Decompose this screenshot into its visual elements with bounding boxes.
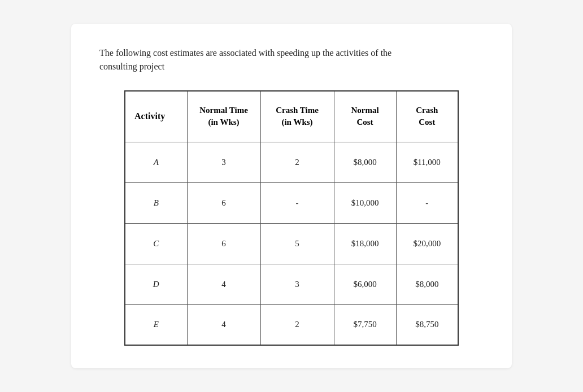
table-wrapper: Activity Normal Time (in Wks) Crash Time… bbox=[99, 90, 484, 346]
intro-text: The following cost estimates are associa… bbox=[99, 46, 484, 73]
cell-normal-time: 4 bbox=[187, 264, 260, 304]
table-row: A32$8,000$11,000 bbox=[125, 142, 458, 182]
cell-crash-time: 5 bbox=[260, 223, 334, 264]
header-crash-time: Crash Time (in Wks) bbox=[260, 91, 334, 142]
cell-normal-time: 3 bbox=[187, 142, 260, 182]
table-row: B6-$10,000- bbox=[125, 182, 458, 223]
cell-activity: E bbox=[125, 304, 187, 345]
card: The following cost estimates are associa… bbox=[71, 24, 512, 368]
cell-normal-cost: $10,000 bbox=[334, 182, 396, 223]
cell-crash-time: 3 bbox=[260, 264, 334, 304]
cell-normal-cost: $18,000 bbox=[334, 223, 396, 264]
cell-normal-time: 4 bbox=[187, 304, 260, 345]
header-crash-cost: Crash Cost bbox=[396, 91, 458, 142]
data-table: Activity Normal Time (in Wks) Crash Time… bbox=[124, 90, 459, 346]
cell-normal-cost: $6,000 bbox=[334, 264, 396, 304]
cell-activity: C bbox=[125, 223, 187, 264]
cell-normal-time: 6 bbox=[187, 223, 260, 264]
intro-line2: consulting project bbox=[99, 62, 164, 71]
cell-activity: A bbox=[125, 142, 187, 182]
table-row: C65$18,000$20,000 bbox=[125, 223, 458, 264]
cell-crash-cost: $8,000 bbox=[396, 264, 458, 304]
cell-normal-time: 6 bbox=[187, 182, 260, 223]
cell-normal-cost: $8,000 bbox=[334, 142, 396, 182]
table-row: D43$6,000$8,000 bbox=[125, 264, 458, 304]
cell-crash-time: 2 bbox=[260, 304, 334, 345]
cell-crash-cost: $8,750 bbox=[396, 304, 458, 345]
cell-normal-cost: $7,750 bbox=[334, 304, 396, 345]
header-normal-time: Normal Time (in Wks) bbox=[187, 91, 260, 142]
cell-crash-cost: $20,000 bbox=[396, 223, 458, 264]
table-row: E42$7,750$8,750 bbox=[125, 304, 458, 345]
cell-activity: D bbox=[125, 264, 187, 304]
cell-crash-cost: $11,000 bbox=[396, 142, 458, 182]
header-activity: Activity bbox=[125, 91, 187, 142]
cell-activity: B bbox=[125, 182, 187, 223]
intro-line1: The following cost estimates are associa… bbox=[99, 48, 391, 58]
cell-crash-cost: - bbox=[396, 182, 458, 223]
header-normal-cost: Normal Cost bbox=[334, 91, 396, 142]
cell-crash-time: 2 bbox=[260, 142, 334, 182]
cell-crash-time: - bbox=[260, 182, 334, 223]
